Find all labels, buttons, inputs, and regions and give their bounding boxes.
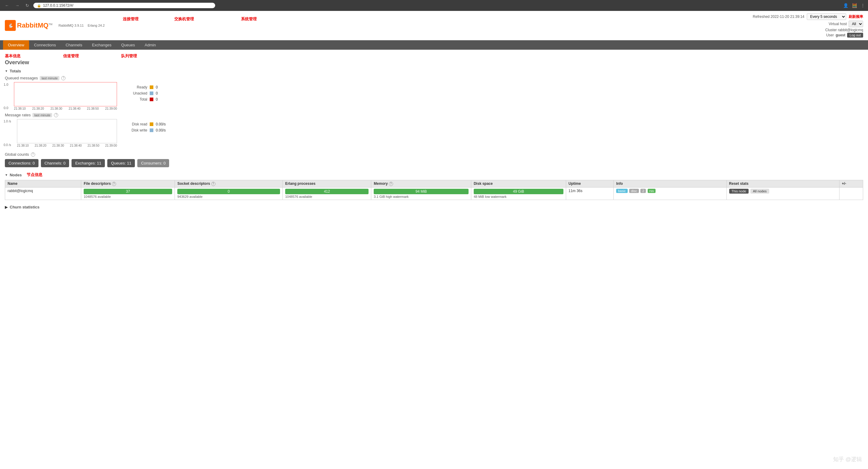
exchanges-label: Exchanges: (75, 161, 96, 165)
disk-watermark: 48 MiB low watermark (474, 195, 563, 198)
tab-overview[interactable]: Overview (3, 40, 29, 50)
profile-icon: 👤 (843, 3, 848, 8)
churn-header[interactable]: ▶ Churn statistics (5, 205, 863, 209)
virtual-host-row: Virtual host All (829, 21, 863, 27)
cluster-value: rabbit@logicmq (838, 28, 863, 32)
user-value: guest (836, 33, 845, 37)
reload-button[interactable]: ↻ (24, 2, 31, 8)
annotation-exchanges: 交换机管理 (174, 17, 194, 22)
x2-6: 21:39:00 (105, 144, 117, 147)
channels-value: 0 (63, 161, 65, 165)
url-bar[interactable]: 🔒 127.0.0.1:15672/#/ (33, 3, 215, 8)
legend1-ready: Ready 0 (126, 85, 158, 89)
x1-5: 21:38:50 (87, 107, 99, 110)
node-uptime: 11m 36s (566, 187, 613, 200)
legend2-diskwrite-label: Disk write (126, 128, 147, 132)
x1-1: 21:38:10 (14, 107, 26, 110)
chart1-legend: Ready 0 Unacked 0 Total 0 (126, 85, 158, 101)
chart1-container: 1.0 0.0 21:38:10 21:38:20 21:38:30 21:38… (5, 82, 120, 110)
cluster-label: Cluster (825, 28, 837, 32)
user-row: User guest Log out (826, 33, 863, 38)
legend1-unacked-color (150, 92, 153, 95)
message-rates-help-icon[interactable]: ? (54, 113, 58, 117)
forward-button[interactable]: → (13, 2, 21, 8)
tab-channels[interactable]: Channels (61, 40, 87, 50)
col-erlang: Erlang processes (282, 180, 371, 188)
global-counts-help-icon[interactable]: ? (31, 152, 35, 157)
virtual-host-select[interactable]: All (848, 21, 863, 27)
tab-connections[interactable]: Connections (29, 40, 61, 50)
logout-button[interactable]: Log out (847, 33, 863, 38)
col-filedesc: File descriptors ? (81, 180, 175, 188)
rabbitmq-version: RabbitMQ 3.9.11 (59, 24, 84, 27)
queues-count: Queues: 11 (107, 159, 135, 167)
exchanges-value: 11 (97, 161, 101, 165)
this-node-button[interactable]: This node (729, 189, 749, 194)
url-text: 127.0.0.1:15672/#/ (43, 3, 73, 7)
message-rates-row: Message rates last minute ? (5, 113, 863, 117)
nodes-triangle: ▼ (5, 173, 8, 177)
tab-queues[interactable]: Queues (116, 40, 140, 50)
refreshed-text: Refreshed 2022-11-20 21:39:14 (753, 14, 804, 19)
erlang-version: Erlang 24.2 (88, 24, 104, 27)
legend2-diskread-value: 0.00/s (156, 122, 166, 126)
legend2-diskwrite-value: 0.00/s (156, 128, 166, 132)
message-rates-label: Message rates (5, 113, 31, 117)
logo-area: 🐇 RabbitMQTM RabbitMQ 3.9.11 Erlang 24.2… (5, 20, 114, 31)
x2-5: 21:38:50 (88, 144, 99, 147)
erlang-available: 1048576 available (285, 195, 369, 198)
x2-3: 21:38:30 (52, 144, 64, 147)
lock-icon: 🔒 (37, 4, 41, 7)
x2-4: 21:38:40 (70, 144, 82, 147)
legend1-total-value: 0 (156, 97, 158, 101)
tag-basic: basic (616, 189, 628, 193)
global-counts-row: Connections: 0 Channels: 0 Exchanges: 11… (5, 159, 863, 167)
app-header: 🐇 RabbitMQTM RabbitMQ 3.9.11 Erlang 24.2… (0, 11, 868, 40)
col-uptime: Uptime (566, 180, 613, 188)
tab-exchanges[interactable]: Exchanges (87, 40, 116, 50)
annotation-overview: 基本信息 (5, 53, 21, 59)
annotation-admin: 系统管理 (241, 17, 257, 22)
nodes-header[interactable]: ▼ Nodes 节点信息 (5, 172, 863, 178)
queued-help-icon[interactable]: ? (61, 76, 65, 80)
chart1-box (14, 82, 117, 106)
legend1-total-label: Total (126, 97, 147, 101)
global-counts-label: Global counts (5, 152, 29, 157)
annotation-nodes: 节点信息 (27, 172, 42, 178)
connections-value: 0 (33, 161, 35, 165)
refresh-row: Refreshed 2022-11-20 21:39:14 ManuallyEv… (753, 13, 863, 20)
chart1-row: 1.0 0.0 21:38:10 21:38:20 21:38:30 21:38… (5, 82, 863, 110)
legend1-unacked-label: Unacked (126, 91, 147, 95)
refresh-select[interactable]: ManuallyEvery 5 secondsEvery 10 secondsE… (807, 13, 846, 20)
consumers-value: 0 (163, 161, 165, 165)
legend1-ready-color (150, 86, 153, 89)
node-filedesc: 37 1048576 available (81, 187, 175, 200)
browser-icons: 👤 🧮 ⋮ (843, 3, 865, 8)
filedesc-available: 1048576 available (84, 195, 172, 198)
tab-admin[interactable]: Admin (140, 40, 161, 50)
queued-messages-label: Queued messages (5, 76, 38, 80)
queues-label: Queues: (111, 161, 126, 165)
chart1-x-labels: 21:38:10 21:38:20 21:38:30 21:38:40 21:3… (14, 107, 117, 110)
x1-6: 21:39:00 (105, 107, 117, 110)
consumers-count: Consumers: 0 (137, 159, 169, 167)
socketdesc-bar: 0 (177, 189, 280, 194)
legend1-total-color (150, 98, 153, 101)
x1-3: 21:38:30 (50, 107, 62, 110)
churn-triangle: ▶ (5, 205, 8, 209)
legend2-diskwrite: Disk write 0.00/s (126, 128, 166, 132)
tag-rss: rss (648, 189, 656, 193)
message-rates-badge: last minute (32, 113, 52, 117)
chart1-y-top: 1.0 (4, 83, 8, 86)
totals-section: ▼ Totals Queued messages last minute ? 1… (5, 69, 863, 147)
logo-tm: TM (49, 23, 53, 26)
app-container: 🐇 RabbitMQTM RabbitMQ 3.9.11 Erlang 24.2… (0, 11, 868, 469)
logo-mq: MQ (38, 22, 48, 29)
totals-header[interactable]: ▼ Totals (5, 69, 863, 73)
all-nodes-button[interactable]: All nodes (750, 189, 769, 194)
back-button[interactable]: ← (3, 2, 11, 8)
chart2-y-bot: 0.0 /s (4, 143, 11, 147)
col-reset: Reset stats (726, 180, 839, 188)
exchanges-count: Exchanges: 11 (71, 159, 105, 167)
chart2-container: 1.0 /s 0.0 /s 21:38:10 21:38:20 21:38:30… (5, 119, 120, 147)
